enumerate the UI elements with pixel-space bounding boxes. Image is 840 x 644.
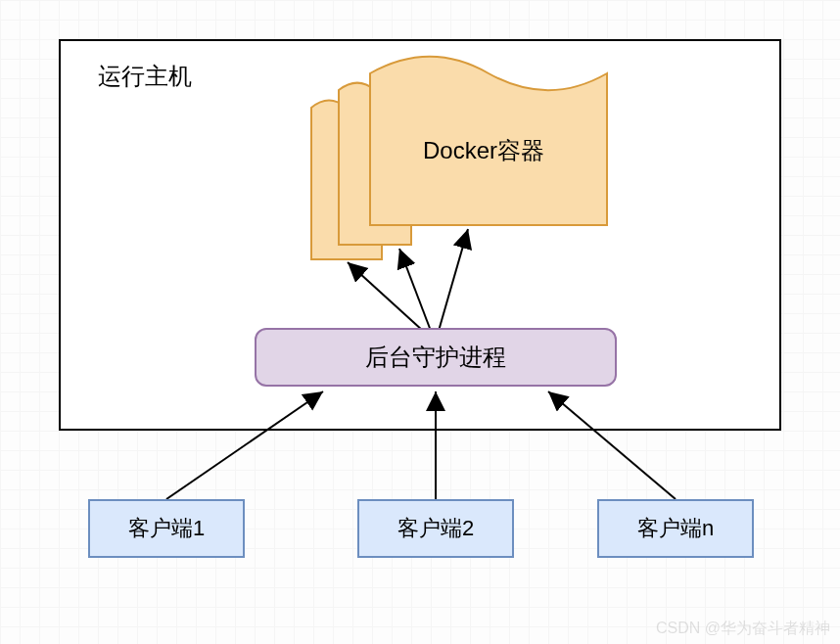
client-label-1: 客户端1: [128, 514, 205, 543]
daemon-box: 后台守护进程: [255, 328, 617, 387]
client-box-2: 客户端2: [357, 499, 514, 558]
client-label-n: 客户端n: [637, 514, 714, 543]
daemon-label: 后台守护进程: [365, 342, 506, 373]
watermark: CSDN @华为奋斗者精神: [656, 619, 830, 639]
container-label: Docker容器: [423, 135, 544, 166]
client-label-2: 客户端2: [397, 514, 474, 543]
host-label: 运行主机: [98, 61, 192, 92]
client-box-1: 客户端1: [88, 499, 245, 558]
client-box-n: 客户端n: [597, 499, 754, 558]
